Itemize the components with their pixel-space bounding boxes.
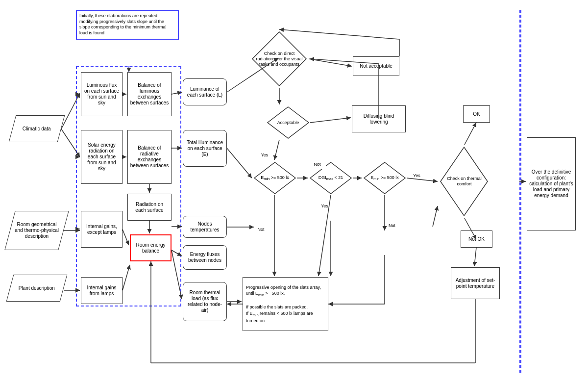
climatic-data-label: Climatic data — [23, 126, 51, 132]
yes-2-text: Yes — [321, 204, 328, 209]
room-geom-label: Room geometrical and thermo-physical des… — [12, 222, 61, 239]
not-3-text: Not — [389, 223, 395, 229]
nodes-temp-box: Nodes temperatures — [183, 216, 227, 238]
ok-box: OK — [463, 105, 490, 123]
not-3-label: Not — [382, 220, 402, 231]
yes-2-label: Yes — [316, 201, 333, 211]
emin-500-2-label: Emin >= 500 lx — [367, 175, 402, 181]
not-2-label: Not — [309, 159, 326, 169]
yes-1-label: Yes — [255, 150, 274, 160]
solar-energy-box: Solar energy radiation on each surface f… — [81, 130, 122, 184]
balance-luminous-label: Balance of luminous exchanges between su… — [130, 82, 169, 106]
plant-desc-label: Plant description — [19, 285, 55, 291]
progressive-label: Progressive opening of the slats array, … — [246, 284, 325, 324]
internal-gains-lamps-box: Internal gains from lamps — [81, 277, 122, 304]
emin-500-1-label: Emin >= 500 lx — [257, 175, 293, 181]
flowchart-diagram: Initially, these elaborations are repeat… — [0, 0, 588, 383]
yes-3-text: Yes — [413, 173, 420, 179]
check-direct-label: Check on direct radiation over the visua… — [256, 51, 303, 67]
radiation-label: Radiation on each surface — [130, 202, 169, 213]
diffusing-blind-label: Diffusing blind lowering — [354, 113, 403, 125]
emin-500-2-diamond: Emin >= 500 lx — [363, 161, 407, 195]
ok-label: OK — [473, 111, 480, 117]
balance-luminous-box: Balance of luminous exchanges between su… — [127, 72, 172, 116]
not-1-text: Not — [257, 227, 264, 232]
yes-1-text: Yes — [261, 153, 269, 158]
diffusing-blind-box: Diffusing blind lowering — [352, 105, 406, 132]
room-energy-box: Room energy balance — [130, 234, 172, 261]
radiation-box: Radiation on each surface — [127, 194, 172, 221]
blue-dashed-right — [519, 10, 521, 373]
total-illuminance-box: Total illuminance on each surface (E) — [183, 130, 227, 167]
room-thermal-label: Room thermal load (as flux related to no… — [185, 290, 224, 313]
svg-line-31 — [465, 123, 476, 145]
not-2-text: Not — [314, 162, 320, 167]
note-text: Initially, these elaborations are repeat… — [79, 13, 167, 35]
luminous-flux-label: Luminous flux on each surface from sun a… — [83, 82, 120, 106]
luminance-label: Luminance of each surface (L) — [185, 86, 224, 98]
climatic-data-box: Climatic data — [9, 115, 65, 142]
check-thermal-diamond: Check on thermal comfort — [439, 145, 490, 218]
adjustment-box: Adjustment of set-point temperature — [451, 267, 500, 299]
svg-line-19 — [227, 148, 252, 178]
luminous-flux-box: Luminous flux on each surface from sun a… — [81, 72, 122, 116]
adjustment-label: Adjustment of set-point temperature — [453, 278, 497, 289]
acceptable-diamond: Acceptable — [266, 105, 310, 140]
energy-fluxes-label: Energy fluxes between nodes — [185, 252, 224, 263]
nodes-temp-label: Nodes temperatures — [185, 221, 224, 233]
svg-line-27 — [274, 140, 279, 160]
not-1-label: Not — [247, 220, 274, 239]
check-direct-diamond: Check on direct radiation over the visua… — [250, 29, 309, 88]
dgi-max-label: DGImax < 21 — [313, 175, 348, 181]
svg-line-33 — [474, 248, 476, 266]
yes-3-label: Yes — [408, 171, 425, 180]
note-box: Initially, these elaborations are repeat… — [76, 10, 179, 40]
over-definitive-box: Over the definitive configuration: calcu… — [527, 137, 576, 230]
internal-gains-lamps-label: Internal gains from lamps — [83, 285, 120, 297]
not-ok-label: Not OK — [468, 236, 485, 242]
svg-line-49 — [433, 206, 438, 227]
check-thermal-label: Check on thermal comfort — [444, 176, 485, 187]
energy-fluxes-box: Energy fluxes between nodes — [183, 245, 227, 270]
progressive-box: Progressive opening of the slats array, … — [243, 277, 328, 331]
internal-gains-box: Internal gains, except lamps — [81, 211, 122, 248]
luminance-box: Luminance of each surface (L) — [183, 78, 227, 105]
emin-500-1-diamond: Emin >= 500 lx — [253, 161, 297, 195]
acceptable-label: Acceptable — [270, 120, 306, 126]
balance-radiative-box: Balance of radiative exchanges between s… — [127, 130, 172, 184]
room-energy-label: Room energy balance — [133, 242, 169, 254]
plant-desc-box: Plant description — [6, 275, 68, 302]
svg-line-26 — [310, 118, 351, 123]
solar-energy-label: Solar energy radiation on each surface f… — [83, 142, 120, 172]
not-ok-box: Not OK — [461, 230, 492, 248]
not-acceptable-box: Not acceptable — [353, 56, 399, 76]
balance-radiative-label: Balance of radiative exchanges between s… — [130, 145, 169, 169]
room-thermal-box: Room thermal load (as flux related to no… — [183, 282, 227, 321]
not-acceptable-label: Not acceptable — [360, 63, 392, 69]
room-geom-box: Room geometrical and thermo-physical des… — [4, 211, 69, 250]
over-definitive-label: Over the definitive configuration: calcu… — [529, 169, 573, 199]
internal-gains-label: Internal gains, except lamps — [83, 224, 120, 235]
svg-line-24 — [309, 59, 352, 66]
total-illuminance-label: Total illuminance on each surface (E) — [185, 140, 224, 157]
